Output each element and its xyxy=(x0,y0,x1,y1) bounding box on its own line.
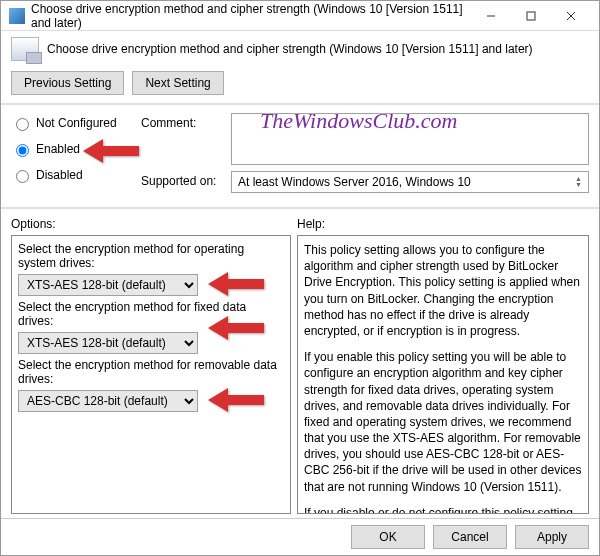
supported-spinner[interactable]: ▲▼ xyxy=(575,176,582,188)
annotation-arrow-icon xyxy=(83,137,139,165)
radio-not-configured-input[interactable] xyxy=(16,118,29,131)
header-policy-icon xyxy=(11,37,39,61)
option-fixed-select[interactable]: XTS-AES 128-bit (default) xyxy=(18,332,198,354)
comment-label: Comment: xyxy=(141,113,231,130)
cancel-button[interactable]: Cancel xyxy=(433,525,507,549)
maximize-button[interactable] xyxy=(511,2,551,30)
help-paragraph: If you enable this policy setting you wi… xyxy=(304,349,582,495)
annotation-arrow-icon xyxy=(208,270,264,298)
supported-label: Supported on: xyxy=(141,171,231,188)
radio-not-configured-label: Not Configured xyxy=(36,116,117,130)
option-removable-desc: Select the encryption method for removab… xyxy=(18,358,284,386)
nav-buttons: Previous Setting Next Setting xyxy=(1,67,599,105)
header-text: Choose drive encryption method and ciphe… xyxy=(47,42,533,56)
radio-not-configured[interactable]: Not Configured xyxy=(11,115,131,131)
annotation-arrow-icon xyxy=(208,386,264,414)
radio-disabled-label: Disabled xyxy=(36,168,83,182)
option-removable-select[interactable]: AES-CBC 128-bit (default) xyxy=(18,390,198,412)
apply-button[interactable]: Apply xyxy=(515,525,589,549)
option-os-desc: Select the encryption method for operati… xyxy=(18,242,284,270)
supported-on-value: At least Windows Server 2016, Windows 10 xyxy=(238,175,471,189)
comment-textarea[interactable] xyxy=(231,113,589,165)
svg-marker-1 xyxy=(83,139,139,163)
options-pane: Select the encryption method for operati… xyxy=(11,235,291,514)
help-pane[interactable]: This policy setting allows you to config… xyxy=(297,235,589,514)
svg-rect-0 xyxy=(527,12,535,20)
help-paragraph: If you disable or do not configure this … xyxy=(304,505,582,514)
option-os-select[interactable]: XTS-AES 128-bit (default) xyxy=(18,274,198,296)
minimize-button[interactable] xyxy=(471,2,511,30)
state-section: Not Configured Enabled Disabled Comment:… xyxy=(1,105,599,209)
supported-on-field: At least Windows Server 2016, Windows 10… xyxy=(231,171,589,193)
previous-setting-button[interactable]: Previous Setting xyxy=(11,71,124,95)
policy-icon xyxy=(9,8,25,24)
radio-enabled-input[interactable] xyxy=(16,144,29,157)
next-setting-button[interactable]: Next Setting xyxy=(132,71,223,95)
titlebar: Choose drive encryption method and ciphe… xyxy=(1,1,599,31)
radio-disabled[interactable]: Disabled xyxy=(11,167,131,183)
help-paragraph: This policy setting allows you to config… xyxy=(304,242,582,339)
panes: Options: Select the encryption method fo… xyxy=(1,209,599,518)
options-label: Options: xyxy=(11,215,291,235)
window-title: Choose drive encryption method and ciphe… xyxy=(31,2,471,30)
policy-dialog: Choose drive encryption method and ciphe… xyxy=(0,0,600,556)
header: Choose drive encryption method and ciphe… xyxy=(1,31,599,67)
svg-marker-2 xyxy=(208,272,264,296)
help-label: Help: xyxy=(297,215,589,235)
svg-marker-3 xyxy=(208,316,264,340)
svg-marker-4 xyxy=(208,388,264,412)
radio-disabled-input[interactable] xyxy=(16,170,29,183)
close-button[interactable] xyxy=(551,2,591,30)
footer: OK Cancel Apply xyxy=(1,518,599,555)
radio-enabled-label: Enabled xyxy=(36,142,80,156)
annotation-arrow-icon xyxy=(208,314,264,342)
ok-button[interactable]: OK xyxy=(351,525,425,549)
